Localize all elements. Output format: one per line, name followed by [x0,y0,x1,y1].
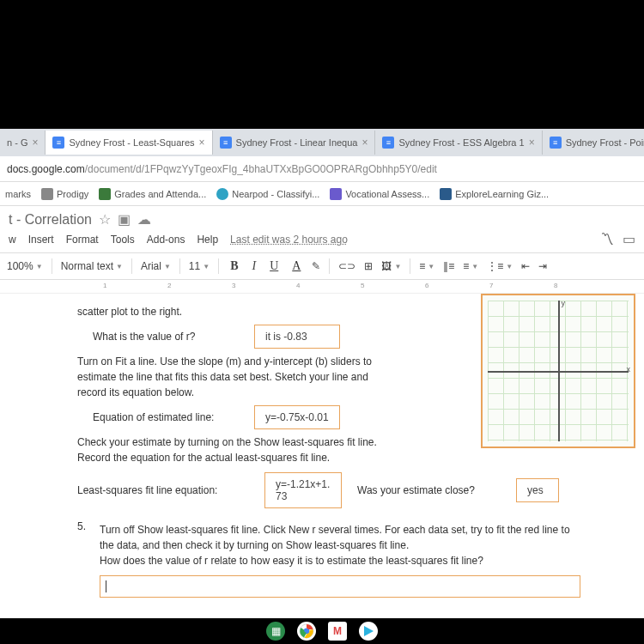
doc-title[interactable]: t - Correlation [9,212,92,228]
italic-button[interactable]: I [249,259,258,273]
underline-button[interactable]: U [267,259,281,273]
address-bar[interactable]: docs.google.com/document/d/1FPqwzYyTgeox… [0,156,644,182]
text-line: scatter plot to the right. [77,306,541,318]
close-answer[interactable]: yes [516,478,559,502]
bullet-list-button[interactable]: ⋮≡▼ [487,260,513,272]
tab-4[interactable]: ≡Sydney Frost - Point [543,131,644,155]
tab-3[interactable]: ≡Sydney Frost - ESS Algebra 1× [375,131,542,155]
bookmarks-bar: marks Prodigy Grades and Attenda... Near… [0,182,644,206]
bookmarks-label: marks [5,189,31,199]
sis-icon [99,188,111,200]
text-line: Check your estimate by turning on the Sh… [77,436,541,448]
text-line: Record the equation for the actual least… [77,452,541,464]
question-r: What is the value of r? [93,331,239,343]
highlight-button[interactable]: ✎ [312,260,320,272]
question-5: 5. Turn off Show least-squares fit line.… [77,520,627,598]
ls-label: Least-squares fit line equation: [77,484,249,496]
close-question: Was your estimate close? [357,484,475,496]
text-cursor [106,580,106,592]
size-select[interactable]: 11▼ [189,260,210,272]
menu-item[interactable]: Insert [28,234,54,246]
move-icon[interactable]: ▣ [118,211,131,228]
text-line: Turn on Fit a line. Use the slope (m) an… [77,355,541,368]
eq-label: Equation of estimated line: [93,411,239,423]
menu-item[interactable]: Help [197,234,218,246]
nearpod-icon [216,188,228,200]
close-icon[interactable]: × [199,137,205,149]
image-button[interactable]: 🖼▼ [381,260,401,272]
docs-toolbar: t - Correlation ☆ ▣ ☁ w Insert Format To… [0,206,644,252]
gmail-icon[interactable]: M [328,622,347,641]
svg-marker-2 [364,626,374,636]
trend-icon[interactable]: 〽 [600,232,614,247]
close-icon[interactable]: × [361,137,368,149]
q5-answer-input[interactable] [100,575,580,598]
last-edit[interactable]: Last edit was 2 hours ago [230,234,348,246]
ls-answer[interactable]: y=-1.21x+1.73 [264,472,342,508]
star-icon[interactable]: ☆ [99,211,111,228]
font-select[interactable]: Arial▼ [141,260,171,272]
text-line: record its equation below. [77,386,541,398]
text-line: estimate the line that fits this data se… [77,371,541,383]
document-page[interactable]: y x scatter plot to the right. What is t… [0,294,644,615]
vocational-icon [330,188,342,200]
align-button[interactable]: ≡▼ [419,260,434,272]
bookmark-grades[interactable]: Grades and Attenda... [99,188,206,200]
bookmark-vocational[interactable]: Vocational Assess... [330,188,429,200]
menu-item[interactable]: Tools [111,234,135,246]
close-icon[interactable]: × [32,137,38,149]
play-icon[interactable] [359,622,378,641]
indent-increase-button[interactable]: ⇥ [538,260,547,272]
bookmark-nearpod[interactable]: Nearpod - Classifyi... [216,188,319,200]
sheets-icon[interactable]: ▦ [266,622,285,641]
bookmark-prodigy[interactable]: Prodigy [41,188,88,200]
docs-icon: ≡ [220,137,232,149]
comment-icon[interactable]: ▭ [623,231,635,247]
docs-icon: ≡ [550,137,562,149]
link-button[interactable]: ⊂⊃ [338,260,355,272]
ruler[interactable]: 1 2 3 4 5 6 7 8 [0,280,644,294]
scatter-plot-graph: y x [481,294,635,448]
text-color-button[interactable]: A [289,259,303,273]
cloud-icon[interactable]: ☁ [137,211,151,228]
tab-0[interactable]: n - G× [0,131,46,155]
style-select[interactable]: Normal text▼ [61,260,123,272]
format-toolbar: 100%▼ Normal text▼ Arial▼ 11▼ B I U A ✎ … [0,252,644,280]
zoom-select[interactable]: 100%▼ [7,260,43,272]
answer-r[interactable]: it is -0.83 [254,325,340,349]
indent-decrease-button[interactable]: ⇤ [521,260,530,272]
menu-item[interactable]: Add-ons [147,234,185,246]
browser-tabs: n - G× ≡Sydney Frost - Least-Squares× ≡S… [0,129,644,156]
taskbar: ▦ M [0,618,644,644]
numbered-list-button[interactable]: ≡▼ [463,260,478,272]
bookmark-explore[interactable]: ExploreLearning Giz... [440,188,549,200]
tab-2[interactable]: ≡Sydney Frost - Linear Inequa× [213,131,376,155]
comment-add-button[interactable]: ⊞ [364,260,373,272]
line-spacing-button[interactable]: ‖≡ [443,260,454,272]
menu-item[interactable]: w [9,234,16,246]
chrome-icon[interactable] [297,622,316,641]
docs-icon: ≡ [52,137,64,149]
menu-item[interactable]: Format [66,234,99,246]
docs-icon: ≡ [382,137,394,149]
gizmos-icon [440,188,452,200]
bold-button[interactable]: B [228,259,240,273]
close-icon[interactable]: × [529,137,535,149]
tab-1[interactable]: ≡Sydney Frost - Least-Squares× [46,131,212,155]
prodigy-icon [41,188,53,200]
eq-answer[interactable]: y=-0.75x-0.01 [254,405,340,429]
